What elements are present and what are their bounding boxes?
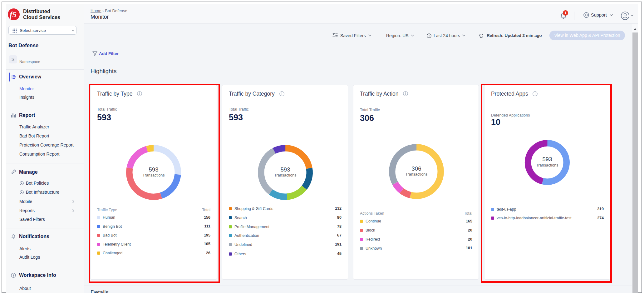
svg-text:f5: f5 <box>10 10 17 19</box>
